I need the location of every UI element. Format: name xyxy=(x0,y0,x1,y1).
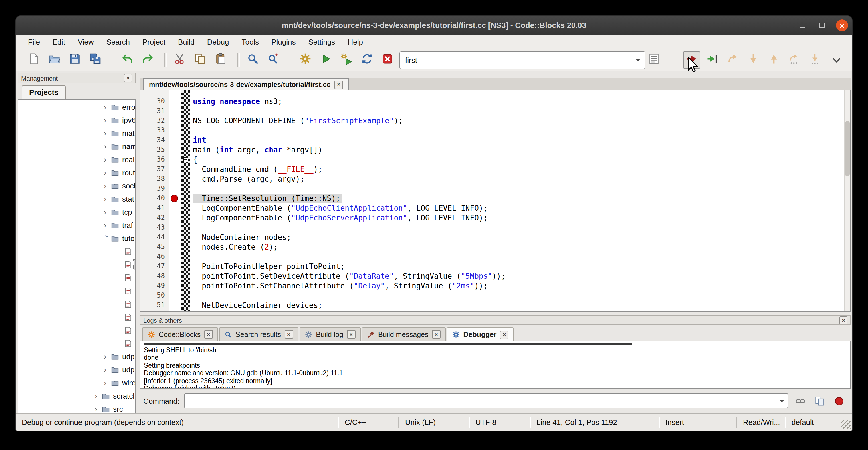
breakpoint-margin[interactable] xyxy=(169,164,182,174)
code-line[interactable]: 52 devices = pointToPoint.Install (nodes… xyxy=(141,310,850,312)
tree-item-se[interactable]: se xyxy=(18,311,135,324)
code-line[interactable]: 43 xyxy=(141,223,850,233)
fold-margin[interactable] xyxy=(182,213,190,223)
tree-item-udp[interactable]: udp- xyxy=(18,363,135,376)
breakpoint-margin[interactable] xyxy=(169,252,182,262)
chevron-collapsed-icon[interactable] xyxy=(104,143,111,150)
fold-margin[interactable] xyxy=(182,233,190,242)
breakpoint-margin[interactable] xyxy=(169,136,182,145)
fold-margin[interactable] xyxy=(182,116,190,126)
chevron-collapsed-icon[interactable] xyxy=(104,117,111,124)
code-line[interactable]: 49 pointToPoint.SetChannelAttribute ("De… xyxy=(141,281,850,291)
copy-button[interactable] xyxy=(192,51,209,68)
redo-button[interactable] xyxy=(139,51,156,68)
code-line[interactable]: 45 nodes.Create (2); xyxy=(141,242,850,252)
breakpoint-margin[interactable] xyxy=(169,291,182,300)
chevron-collapsed-icon[interactable] xyxy=(104,156,111,163)
fold-margin[interactable] xyxy=(182,106,190,116)
close-button[interactable] xyxy=(836,20,848,31)
close-tab-icon[interactable] xyxy=(347,330,355,339)
fold-margin[interactable] xyxy=(182,281,190,291)
menu-view[interactable]: View xyxy=(72,35,100,49)
fold-margin[interactable] xyxy=(182,145,190,155)
menu-tools[interactable]: Tools xyxy=(235,35,265,49)
breakpoint-margin[interactable] xyxy=(169,184,182,193)
breakpoint-margin[interactable] xyxy=(169,106,182,116)
fold-margin[interactable] xyxy=(182,252,190,262)
command-dropdown-icon[interactable] xyxy=(776,394,787,408)
rebuild-button[interactable] xyxy=(359,51,375,68)
close-tab-icon[interactable] xyxy=(204,330,213,339)
code-line[interactable]: 33 xyxy=(141,126,850,136)
next-line-button[interactable] xyxy=(724,51,741,68)
logs-tab-code-blocks[interactable]: Code::Blocks xyxy=(142,327,218,341)
breakpoint-margin[interactable] xyxy=(169,155,182,164)
run-button[interactable] xyxy=(317,51,334,68)
fold-margin[interactable] xyxy=(182,96,190,106)
step-out-button[interactable] xyxy=(765,51,782,68)
chevron-collapsed-icon[interactable] xyxy=(104,208,111,216)
step-into-instruction-button[interactable] xyxy=(806,51,824,68)
debugger-log[interactable]: Setting SHELL to '/bin/sh'doneSetting br… xyxy=(140,341,851,389)
code-editor[interactable]: 30using namespace ns3;3132NS_LOG_COMPONE… xyxy=(140,90,851,312)
next-instruction-button[interactable] xyxy=(786,51,803,68)
tree-item-nam[interactable]: nam xyxy=(18,140,135,153)
fold-margin[interactable] xyxy=(182,310,190,312)
breakpoint-icon[interactable] xyxy=(170,195,178,202)
build-and-run-button[interactable] xyxy=(338,51,355,68)
tree-item-src[interactable]: src xyxy=(18,402,135,415)
minimize-button[interactable] xyxy=(796,20,808,31)
fold-margin[interactable] xyxy=(182,262,190,271)
logs-tab-build-log[interactable]: Build log xyxy=(299,327,361,341)
menu-file[interactable]: File xyxy=(22,35,46,49)
logs-tab-debugger[interactable]: Debugger xyxy=(447,327,514,341)
code-line[interactable]: 44 NodeContainer nodes; xyxy=(141,233,850,242)
tree-item-scratch[interactable]: scratch xyxy=(18,389,135,402)
close-tab-icon[interactable] xyxy=(500,330,508,339)
code-line[interactable]: 42 LogComponentEnable ("UdpEchoServerApp… xyxy=(141,213,850,223)
code-line[interactable]: 35main (int argc, char *argv[]) xyxy=(141,145,850,155)
fold-margin[interactable] xyxy=(182,223,190,233)
fold-margin[interactable] xyxy=(182,300,190,310)
tree-item-mat[interactable]: mat xyxy=(18,127,135,140)
toolbar-overflow-button[interactable] xyxy=(828,51,845,68)
find-button[interactable] xyxy=(244,51,261,68)
breakpoint-margin[interactable] xyxy=(169,223,182,233)
breakpoint-margin[interactable] xyxy=(169,193,182,203)
tree-item-rout[interactable]: rout xyxy=(18,166,135,179)
new-file-button[interactable] xyxy=(25,51,42,68)
chevron-collapsed-icon[interactable] xyxy=(104,195,111,203)
code-line[interactable]: 41 LogComponentEnable ("UdpEchoClientApp… xyxy=(141,203,850,213)
editor-tab-first-cc[interactable]: mnt/dev/tools/source/ns-3-dev/examples/t… xyxy=(143,78,349,90)
chevron-collapsed-icon[interactable] xyxy=(104,221,111,229)
command-input[interactable] xyxy=(185,394,776,408)
breakpoint-margin[interactable] xyxy=(169,281,182,291)
breakpoint-margin[interactable] xyxy=(169,96,182,106)
menu-plugins[interactable]: Plugins xyxy=(265,35,302,49)
abort-build-button[interactable] xyxy=(379,51,396,68)
close-editor-tab-icon[interactable] xyxy=(334,80,343,89)
menu-search[interactable]: Search xyxy=(100,35,136,49)
tree-item-fo[interactable]: fo xyxy=(18,271,135,284)
breakpoint-margin[interactable] xyxy=(169,116,182,126)
step-into-button[interactable] xyxy=(745,51,762,68)
menu-debug[interactable]: Debug xyxy=(201,35,236,49)
chevron-collapsed-icon[interactable] xyxy=(104,130,111,137)
tree-item-tcp[interactable]: tcp xyxy=(18,206,135,219)
fold-margin[interactable] xyxy=(182,291,190,300)
breakpoint-margin[interactable] xyxy=(169,300,182,310)
code-line[interactable]: 40 Time::SetResolution (Time::NS); xyxy=(141,193,850,203)
combobox-arrow-icon[interactable] xyxy=(630,52,645,68)
menu-edit[interactable]: Edit xyxy=(46,35,72,49)
fold-margin[interactable] xyxy=(182,193,190,203)
editor-vertical-scrollbar[interactable] xyxy=(844,90,850,311)
logs-tab-search-results[interactable]: Search results xyxy=(219,327,298,341)
chevron-collapsed-icon[interactable] xyxy=(104,366,111,373)
stop-debugger-button[interactable] xyxy=(832,393,846,408)
code-line[interactable]: 32NS_LOG_COMPONENT_DEFINE ("FirstScriptE… xyxy=(141,116,850,126)
code-line[interactable]: 36{ xyxy=(141,155,850,164)
cut-button[interactable] xyxy=(171,51,188,68)
code-line[interactable]: 51 NetDeviceContainer devices; xyxy=(141,300,850,310)
resize-grip[interactable] xyxy=(841,420,851,429)
fold-margin[interactable] xyxy=(182,271,190,281)
